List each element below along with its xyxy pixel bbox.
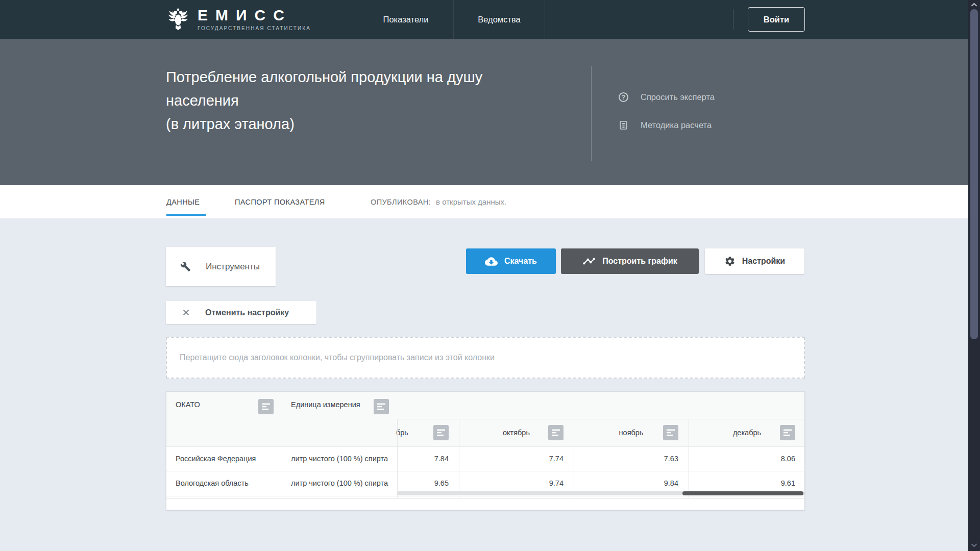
column-header-december[interactable]: декабрь — [689, 419, 804, 446]
column-header-october[interactable]: октябрь — [459, 419, 574, 446]
column-divider — [689, 419, 689, 498]
column-menu-icon[interactable] — [663, 425, 678, 440]
column-divider — [459, 419, 459, 498]
column-header-okato-label: ОКАТО — [176, 400, 200, 409]
column-menu-icon[interactable] — [374, 399, 389, 414]
grid-horizontal-scrollbar[interactable] — [397, 491, 804, 495]
page-title-line2: (в литрах этанола) — [166, 112, 493, 136]
row-border — [166, 496, 804, 496]
cell-okato: Российская Федерация — [166, 446, 282, 471]
timeline-chart-icon — [582, 255, 596, 268]
published-status: ОПУБЛИКОВАН: в открытых данных. — [371, 185, 506, 218]
methodology-link[interactable]: Методика расчета — [619, 120, 712, 130]
ask-expert-label: Спросить эксперта — [641, 92, 715, 102]
cell-unit: литр чистого (100 %) спирта — [282, 471, 397, 495]
column-divider — [397, 419, 398, 498]
cancel-setting-label: Отменить настройку — [205, 308, 289, 317]
build-chart-button[interactable]: Построить график — [561, 248, 699, 274]
question-circle-icon: ? — [619, 92, 628, 102]
grid-horizontal-scrollbar-thumb[interactable] — [682, 491, 803, 495]
grid-header: ОКАТО Единица измерения брь — [166, 392, 804, 446]
month-row-top-border — [397, 419, 804, 419]
page-title-line1: Потребление алкогольной продукции на душ… — [166, 65, 493, 112]
column-menu-icon[interactable] — [548, 425, 564, 440]
group-by-drop-zone[interactable]: Перетащите сюда заголовок колонки, чтобы… — [166, 337, 805, 379]
column-header-okato[interactable]: ОКАТО — [166, 392, 282, 446]
methodology-label: Методика расчета — [641, 120, 712, 130]
column-header-unit-label: Единица измерения — [291, 400, 360, 409]
logo-subtitle: ГОСУДАРСТВЕННАЯ СТАТИСТИКА — [198, 26, 311, 31]
cloud-download-icon — [485, 255, 498, 268]
nav-menu: Показатели Ведомства — [358, 0, 545, 39]
hero-divider — [591, 66, 592, 161]
wrench-icon — [180, 261, 191, 272]
published-label: ОПУБЛИКОВАН: — [371, 198, 431, 206]
login-separator — [733, 9, 733, 30]
content-area: Инструменты Скачать Построить график — [0, 218, 968, 551]
column-menu-icon[interactable] — [433, 425, 449, 440]
gear-icon — [724, 256, 736, 267]
row-border — [166, 446, 804, 447]
cell-unit: литр чистого (100 %) спирта — [282, 446, 397, 471]
tools-button[interactable]: Инструменты — [166, 247, 276, 286]
group-by-placeholder: Перетащите сюда заголовок колонки, чтобы… — [180, 353, 495, 362]
header-divider — [282, 392, 282, 418]
column-divider — [282, 446, 282, 498]
browser-scrollbar-thumb[interactable] — [970, 9, 978, 339]
month-label: брь — [396, 419, 459, 446]
column-header-unit[interactable]: Единица измерения — [282, 392, 397, 446]
tools-label: Инструменты — [206, 262, 260, 272]
data-grid: ОКАТО Единица измерения брь — [166, 391, 805, 510]
cancel-setting-button[interactable]: Отменить настройку — [166, 301, 316, 324]
nav-item-agencies[interactable]: Ведомства — [454, 0, 545, 39]
browser-scrollbar[interactable] — [968, 0, 980, 551]
login-button[interactable]: Войти — [748, 7, 805, 32]
column-divider — [574, 419, 574, 498]
scroll-down-icon[interactable] — [971, 543, 977, 547]
column-menu-icon[interactable] — [780, 425, 795, 440]
settings-label: Настройки — [742, 257, 785, 266]
emiss-logo[interactable]: ЕМИСС ГОСУДАРСТВЕННАЯ СТАТИСТИКА — [167, 0, 311, 39]
cell-value-december: 8.06 — [689, 446, 804, 471]
nav-item-indicators[interactable]: Показатели — [358, 0, 454, 39]
build-chart-label: Построить график — [602, 257, 677, 266]
page-title: Потребление алкогольной продукции на душ… — [166, 65, 493, 136]
page: ЕМИСС ГОСУДАРСТВЕННАЯ СТАТИСТИКА Показат… — [0, 0, 968, 551]
eagle-emblem-icon — [167, 7, 189, 32]
tab-bar: ДАННЫЕ ПАСПОРТ ПОКАЗАТЕЛЯ ОПУБЛИКОВАН: в… — [0, 185, 968, 218]
column-header-september-partial[interactable]: брь — [397, 419, 459, 446]
indicator-header: Потребление алкогольной продукции на душ… — [0, 39, 968, 185]
cell-value-october: 7.74 — [459, 446, 574, 471]
cell-value-september: 7.84 — [397, 446, 459, 471]
row-border — [166, 471, 804, 471]
cell-value-november: 7.63 — [574, 446, 689, 471]
logo-text: ЕМИСС ГОСУДАРСТВЕННАЯ СТАТИСТИКА — [198, 8, 311, 31]
column-menu-icon[interactable] — [258, 399, 274, 414]
download-button[interactable]: Скачать — [466, 248, 556, 274]
scroll-up-icon[interactable] — [971, 3, 977, 7]
settings-button[interactable]: Настройки — [705, 248, 804, 274]
published-value[interactable]: в открытых данных. — [436, 197, 506, 206]
cell-okato: Вологодская область — [166, 471, 282, 495]
row-border — [166, 498, 804, 499]
ask-expert-link[interactable]: ? Спросить эксперта — [619, 92, 715, 102]
column-header-november[interactable]: ноябрь — [574, 419, 689, 446]
close-icon — [181, 308, 191, 317]
active-tab-underline — [166, 214, 206, 216]
logo-title: ЕМИСС — [198, 8, 311, 23]
download-label: Скачать — [504, 257, 537, 266]
tab-passport[interactable]: ПАСПОРТ ПОКАЗАТЕЛЯ — [235, 185, 325, 218]
top-navbar: ЕМИСС ГОСУДАРСТВЕННАЯ СТАТИСТИКА Показат… — [0, 0, 968, 39]
table-row[interactable]: Российская Федерация литр чистого (100 %… — [166, 446, 804, 471]
calculator-icon — [619, 120, 628, 130]
